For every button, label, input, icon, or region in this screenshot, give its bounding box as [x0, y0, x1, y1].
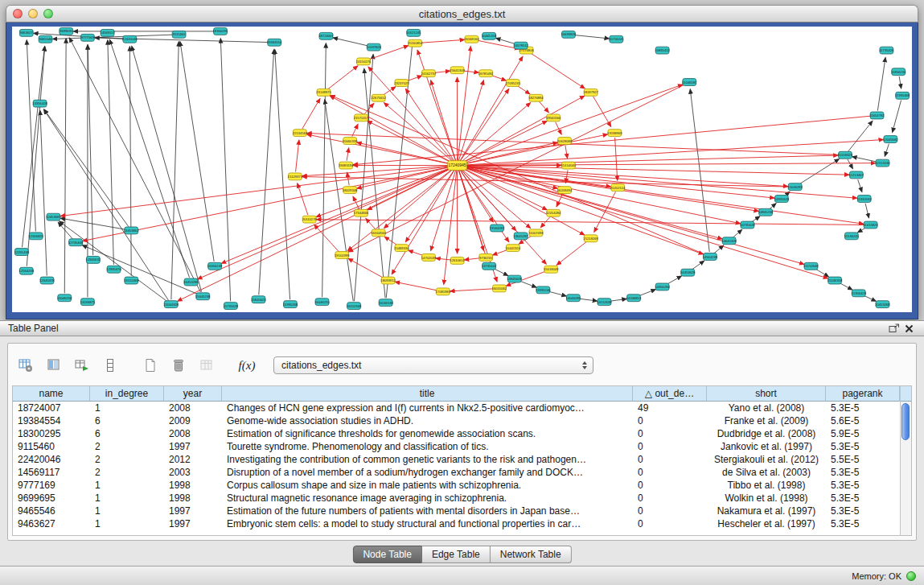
graph-node[interactable]: 16046235 [314, 299, 330, 306]
graph-node[interactable]: 12645378 [39, 277, 55, 284]
graph-node[interactable]: 11158329 [838, 151, 852, 159]
graph-node[interactable]: 23237025 [394, 80, 409, 87]
graph-node[interactable]: 18093912 [380, 277, 396, 284]
graph-node[interactable]: 10693826 [561, 31, 577, 38]
close-panel-icon[interactable] [901, 322, 916, 335]
graph-node[interactable]: 18724007 [318, 32, 334, 39]
column-header-year[interactable]: year [164, 386, 222, 402]
graph-node[interactable]: 15489334 [394, 245, 409, 252]
graph-node[interactable]: 14356284 [655, 283, 670, 290]
graph-node[interactable]: 10321245 [406, 29, 421, 36]
window-titlebar[interactable]: citations_edges.txt [6, 5, 918, 23]
graph-node[interactable]: 10716245 [609, 35, 624, 43]
column-header-pagerank[interactable]: pagerank [826, 386, 900, 402]
graph-node[interactable]: 20060339 [343, 138, 358, 145]
graph-node[interactable]: 10578512 [513, 42, 528, 49]
graph-node[interactable]: 16209494 [557, 187, 573, 194]
table-row[interactable]: 1456911722003Disruption of a novel membe… [13, 466, 900, 479]
graph-node[interactable]: 16356248 [207, 262, 223, 270]
graph-node[interactable]: 14246853 [626, 295, 642, 302]
graph-node[interactable]: 9736745 [479, 254, 493, 262]
graph-node[interactable]: 11935468 [895, 92, 910, 99]
graph-node[interactable]: 13453862 [124, 227, 139, 234]
graph-node[interactable]: 15046283 [787, 183, 803, 191]
import-table-button[interactable] [72, 356, 92, 375]
table-row[interactable]: 1872400712008Changes of HCN gene express… [13, 402, 900, 414]
graph-node[interactable]: 15453268 [875, 301, 890, 308]
graph-node[interactable]: 20628086 [557, 138, 573, 145]
graph-node[interactable]: 17081983 [436, 288, 451, 295]
graph-node[interactable]: 11213467 [849, 171, 864, 179]
graph-node[interactable]: 19560560 [546, 114, 561, 122]
graph-node[interactable]: 15935268 [283, 301, 298, 308]
graph-node[interactable]: 15356428 [852, 290, 867, 297]
graph-node[interactable]: 13356428 [32, 100, 47, 107]
float-panel-icon[interactable] [887, 322, 901, 335]
column-header-short[interactable]: short [707, 386, 826, 402]
graph-node[interactable]: 26785492 [478, 70, 494, 77]
graph-node[interactable]: 17344846 [354, 209, 369, 216]
function-builder-button[interactable]: f(x) [237, 356, 257, 375]
column-header-in_degree[interactable]: in_degree [90, 386, 164, 402]
zoom-button[interactable] [43, 9, 53, 19]
graph-node[interactable]: 12935476 [106, 266, 121, 273]
vertical-scrollbar[interactable] [900, 386, 911, 535]
graph-node[interactable]: 15246358 [827, 277, 843, 284]
column-header-name[interactable]: name [13, 386, 90, 402]
graph-node[interactable]: 12346825 [28, 233, 43, 240]
graph-node[interactable]: 15152648 [803, 262, 819, 270]
graph-node[interactable]: 15018049 [544, 266, 559, 273]
graph-node[interactable]: 14564238 [703, 253, 718, 261]
table-row[interactable]: 946362711997Embryonic stem cells: a mode… [13, 517, 900, 530]
scrollbar-thumb[interactable] [901, 403, 910, 440]
graph-node[interactable]: 18029348 [343, 187, 358, 194]
column-header-title[interactable]: title [222, 386, 633, 402]
graph-node[interactable]: 20110278 [302, 216, 318, 223]
graph-node[interactable]: 19198969 [607, 130, 622, 137]
graph-node[interactable]: 27095235 [506, 80, 521, 87]
table-row[interactable]: 1830029562008Estimation of significance … [13, 427, 900, 440]
graph-node[interactable]: 14702039 [421, 254, 437, 262]
graph-node[interactable]: 15564328 [164, 301, 179, 308]
graph-node[interactable]: 13046258 [57, 295, 72, 302]
graph-node[interactable]: 11735426 [879, 47, 894, 54]
graph-node[interactable]: 23148975 [316, 89, 331, 96]
graph-node[interactable]: 10441324 [506, 245, 521, 252]
graph-node[interactable]: 14935628 [774, 196, 790, 203]
table-row[interactable]: 911546021997Tourette syndrome. Phenomeno… [13, 440, 900, 453]
graph-node[interactable]: 12265438 [14, 249, 30, 256]
graph-node[interactable]: 14569117 [101, 29, 116, 36]
row-height-button[interactable] [101, 356, 120, 375]
graph-node[interactable]: 18276894 [528, 94, 544, 101]
table-row[interactable]: 2242004622012Investigating the contribut… [13, 453, 900, 466]
graph-node[interactable]: 12153246 [875, 159, 890, 167]
graph-node[interactable]: 11654782 [869, 112, 885, 119]
graph-node[interactable]: 11007498 [528, 229, 544, 237]
tab-edge-table[interactable]: Edge Table [422, 546, 491, 563]
graph-node[interactable]: 19483194 [339, 162, 354, 169]
graph-node[interactable]: 19101999 [335, 252, 350, 259]
graph-node[interactable]: 21218269 [583, 235, 598, 242]
graph-node[interactable]: 22134569 [293, 130, 308, 137]
graph-node[interactable]: 9465546 [39, 35, 52, 43]
graph-node[interactable]: 25641309 [450, 67, 465, 74]
graph-node[interactable]: 14735628 [740, 221, 755, 229]
graph-node[interactable]: 22675612 [372, 94, 387, 101]
graph-node[interactable]: 14645328 [721, 237, 737, 245]
graph-node[interactable]: 13152468 [124, 277, 139, 284]
table-row[interactable]: 946554611997Estimation of the future num… [13, 505, 900, 517]
graph-node[interactable]: 15735628 [224, 303, 239, 310]
graph-node[interactable]: 12735468 [68, 239, 84, 246]
graph-node[interactable]: 19384554 [267, 39, 282, 46]
minimize-button[interactable] [28, 9, 38, 19]
graph-node[interactable]: 12045682 [883, 136, 898, 143]
close-button[interactable] [13, 9, 23, 19]
memory-status-icon[interactable] [906, 571, 916, 581]
graph-node[interactable]: 11536245 [844, 233, 860, 240]
graph-node[interactable]: 24162737 [421, 70, 437, 77]
graph-node[interactable]: 15645238 [195, 293, 211, 300]
graph-node[interactable]: 20202124 [610, 184, 626, 192]
graph-node[interactable]: 14046285 [566, 295, 581, 302]
graph-node[interactable]: 12610651 [450, 257, 465, 264]
graph-node[interactable]: 26168163 [464, 35, 479, 43]
